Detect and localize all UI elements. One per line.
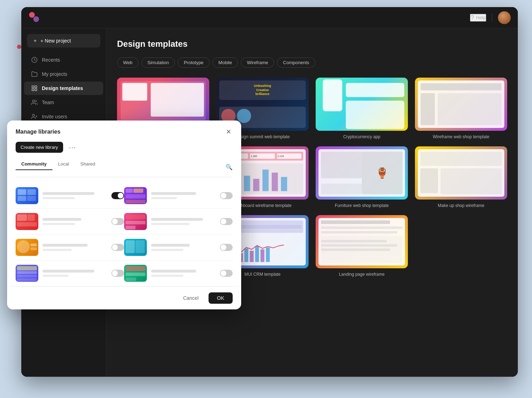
modal-toolbar: Create new library ⋯ bbox=[7, 142, 241, 158]
library-name-bar-1 bbox=[43, 192, 94, 195]
library-name-bar-4 bbox=[151, 218, 203, 221]
svg-rect-13 bbox=[253, 179, 259, 191]
library-thumb-7 bbox=[16, 265, 38, 282]
template-thumb-wireframe-shop bbox=[415, 78, 507, 131]
library-info-3 bbox=[43, 218, 107, 225]
svg-rect-5 bbox=[32, 89, 34, 91]
template-thumb-landing-page bbox=[316, 215, 408, 268]
more-options-button[interactable]: ⋯ bbox=[67, 142, 77, 152]
toggle-knob-7 bbox=[112, 270, 118, 276]
library-info-6 bbox=[151, 244, 216, 251]
library-thumb-8 bbox=[124, 265, 147, 282]
help-button[interactable]: ? Help bbox=[470, 14, 486, 22]
library-info-5 bbox=[43, 244, 107, 251]
svg-rect-20 bbox=[255, 246, 259, 262]
library-item-1 bbox=[16, 183, 124, 209]
toggle-knob-8 bbox=[221, 270, 226, 276]
toggle-1[interactable] bbox=[111, 192, 124, 199]
toggle-5[interactable] bbox=[111, 244, 124, 251]
library-sub-bar-8 bbox=[151, 275, 183, 277]
svg-rect-14 bbox=[262, 169, 268, 191]
svg-point-1 bbox=[33, 16, 39, 22]
toggle-knob-3 bbox=[112, 219, 118, 224]
library-list bbox=[7, 183, 241, 286]
modal-tabs: Community Local Shared bbox=[16, 158, 101, 170]
toggle-2[interactable] bbox=[220, 192, 233, 199]
red-dot bbox=[17, 45, 21, 49]
svg-rect-6 bbox=[35, 89, 37, 91]
avatar[interactable] bbox=[498, 11, 511, 24]
toggle-knob-6 bbox=[221, 245, 226, 250]
library-sub-bar-7 bbox=[43, 275, 68, 277]
filter-tab-wireframe[interactable]: Wireframe bbox=[241, 57, 274, 68]
template-name-makeup-shop: Make up shop wireframe bbox=[415, 203, 507, 208]
toggle-knob-5 bbox=[112, 245, 118, 250]
sidebar-label-design-templates: Design templates bbox=[42, 85, 83, 91]
toggle-knob-4 bbox=[221, 219, 226, 224]
search-button[interactable]: 🔍 bbox=[226, 164, 233, 170]
library-sub-bar-1 bbox=[43, 197, 75, 199]
library-info-4 bbox=[151, 218, 216, 225]
toggle-4[interactable] bbox=[220, 218, 233, 225]
filter-tab-prototype[interactable]: Prototype bbox=[178, 57, 210, 68]
new-project-button[interactable]: ＋ + New project bbox=[27, 34, 100, 47]
header-divider bbox=[492, 14, 492, 21]
svg-rect-12 bbox=[244, 176, 250, 191]
svg-rect-15 bbox=[272, 173, 278, 191]
filter-tabs: Web Simulation Prototype Mobile Wirefram… bbox=[117, 57, 507, 68]
modal-footer: Cancel OK bbox=[7, 286, 241, 309]
cancel-button[interactable]: Cancel bbox=[177, 292, 204, 304]
library-thumb-4 bbox=[124, 213, 147, 230]
template-card-landing-page[interactable]: Landing page wireframe bbox=[316, 215, 408, 277]
filter-tab-web[interactable]: Web bbox=[117, 57, 139, 68]
plus-icon: ＋ bbox=[33, 38, 38, 44]
sidebar-item-recents[interactable]: Recents bbox=[24, 53, 103, 67]
template-card-makeup-shop[interactable]: Make up shop wireframe bbox=[415, 146, 507, 208]
sidebar-nav: Recents My projects Design templates bbox=[21, 53, 106, 123]
library-item-6 bbox=[124, 235, 233, 260]
library-thumb-5 bbox=[16, 239, 38, 256]
header-right: ? Help bbox=[470, 11, 511, 24]
sidebar-item-team[interactable]: Team bbox=[24, 96, 103, 109]
template-card-cryptocurrency[interactable]: Cryptocurrency app bbox=[316, 78, 408, 139]
toggle-8[interactable] bbox=[220, 270, 233, 277]
modal-tab-community[interactable]: Community bbox=[16, 158, 52, 170]
create-library-button[interactable]: Create new library bbox=[16, 142, 63, 153]
library-name-bar-7 bbox=[43, 270, 94, 273]
sidebar-label-invite-users: Invite users bbox=[42, 114, 67, 119]
library-thumb-6 bbox=[124, 239, 147, 256]
toggle-3[interactable] bbox=[111, 218, 124, 225]
sidebar-item-design-templates[interactable]: Design templates bbox=[24, 82, 103, 95]
sidebar-item-my-projects[interactable]: My projects bbox=[24, 67, 103, 81]
template-card-furniture-shop[interactable]: 🏺 Furniture web shop template bbox=[316, 146, 408, 208]
library-sub-bar-5 bbox=[43, 249, 72, 251]
filter-tab-components[interactable]: Components bbox=[277, 57, 315, 68]
grid-icon bbox=[31, 85, 38, 91]
library-info-2 bbox=[151, 192, 216, 199]
filter-tab-simulation[interactable]: Simulation bbox=[142, 57, 175, 68]
library-name-bar-3 bbox=[43, 218, 81, 221]
modal-close-button[interactable]: ✕ bbox=[224, 128, 233, 136]
user-plus-icon bbox=[31, 113, 38, 120]
library-sub-bar-2 bbox=[151, 197, 177, 199]
toggle-6[interactable] bbox=[220, 244, 233, 251]
svg-rect-19 bbox=[250, 251, 254, 262]
modal-tab-shared[interactable]: Shared bbox=[75, 158, 101, 170]
modal-tab-local[interactable]: Local bbox=[52, 158, 75, 170]
ok-button[interactable]: OK bbox=[209, 292, 233, 304]
library-item-5 bbox=[16, 235, 124, 260]
sidebar-label-my-projects: My projects bbox=[42, 71, 67, 77]
library-name-bar-2 bbox=[151, 192, 196, 195]
app-logo bbox=[28, 11, 40, 24]
library-info-8 bbox=[151, 270, 216, 277]
help-label: Help bbox=[476, 15, 486, 20]
svg-rect-16 bbox=[281, 177, 287, 191]
library-info-7 bbox=[43, 270, 107, 277]
toggle-7[interactable] bbox=[111, 270, 124, 277]
filter-tab-mobile[interactable]: Mobile bbox=[212, 57, 238, 68]
svg-point-8 bbox=[32, 114, 34, 116]
library-thumb-1 bbox=[16, 187, 38, 204]
template-card-wireframe-shop[interactable]: Wireframe web shop template bbox=[415, 78, 507, 139]
template-thumb-furniture-shop: 🏺 bbox=[316, 146, 408, 200]
new-project-label: + New project bbox=[40, 38, 71, 44]
